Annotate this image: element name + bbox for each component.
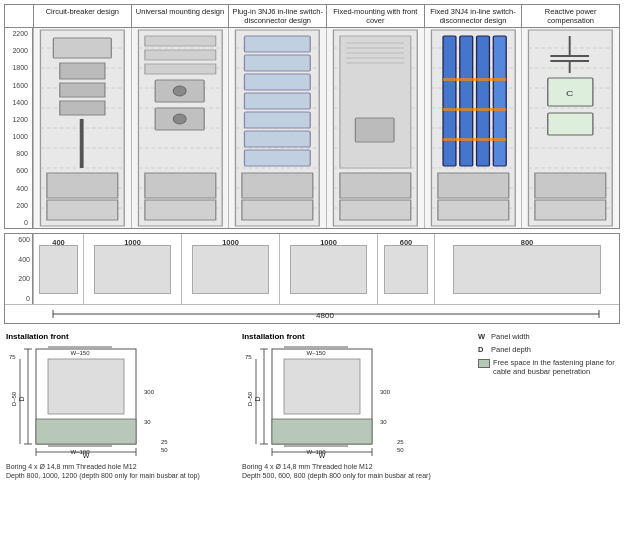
svg-rect-35 (145, 200, 216, 220)
floor-y-600: 600 (7, 236, 30, 243)
floor-width-400: 400 (52, 238, 65, 247)
svg-rect-72 (340, 173, 411, 198)
y-label-200: 200 (5, 202, 30, 209)
y-label-1800: 1800 (5, 64, 30, 71)
svg-text:C: C (566, 89, 574, 98)
svg-rect-50 (245, 112, 311, 128)
svg-text:D–50: D–50 (247, 391, 253, 406)
total-width-bar: 4800 (5, 304, 619, 323)
col-universal (131, 28, 229, 228)
y-label-1200: 1200 (5, 116, 30, 123)
legend-free-space: Free space in the fastening plane for ca… (478, 358, 618, 378)
legend-free-space-desc: Free space in the fastening plane for ca… (493, 358, 618, 378)
floor-y-400: 400 (7, 256, 30, 263)
svg-rect-139 (272, 419, 372, 444)
header-circuit-breaker: Circuit-breaker design (33, 5, 131, 27)
y-label-1600: 1600 (5, 82, 30, 89)
svg-text:W–100: W–100 (306, 449, 326, 455)
floor-box-1 (94, 245, 172, 294)
svg-rect-89 (443, 108, 506, 111)
legend-d-key: D (478, 345, 488, 354)
floor-box-4 (384, 245, 429, 294)
svg-rect-92 (438, 200, 509, 220)
legend-w: W Panel width (478, 332, 618, 342)
column-headers: Circuit-breaker design Universal mountin… (5, 5, 619, 28)
floor-col-600: 600 (377, 234, 434, 304)
svg-rect-28 (145, 50, 216, 60)
svg-rect-54 (242, 200, 313, 220)
elevation-diagram: 2200 2000 1800 1600 1400 1200 1000 800 6… (5, 28, 619, 228)
y-label-2200: 2200 (5, 30, 30, 37)
top-elevation-section: Circuit-breaker design Universal mountin… (4, 4, 620, 229)
svg-rect-34 (145, 173, 216, 198)
svg-text:300: 300 (380, 389, 391, 395)
svg-text:30: 30 (144, 419, 151, 425)
svg-rect-140 (284, 359, 360, 414)
floor-diagram: 600 400 200 0 400 1000 1000 (5, 234, 619, 304)
header-reactive: Reactive power compensation (521, 5, 619, 27)
svg-rect-27 (145, 36, 216, 46)
svg-rect-16 (47, 200, 118, 220)
legend-w-desc: Panel width (491, 332, 530, 342)
svg-point-33 (173, 114, 186, 124)
floor-width-1000b: 1000 (222, 238, 239, 247)
install-diagram-right: Installation front W W–150 (242, 332, 470, 479)
y-label-2000: 2000 (5, 47, 30, 54)
floor-col-1000a: 1000 (83, 234, 181, 304)
svg-rect-86 (476, 36, 489, 166)
y-axis-spacer (5, 5, 33, 27)
svg-text:25: 25 (397, 439, 404, 445)
col-plugin (228, 28, 326, 228)
svg-rect-118 (48, 359, 124, 414)
svg-point-31 (173, 86, 186, 96)
floor-box-3 (290, 245, 368, 294)
svg-text:D: D (254, 396, 261, 401)
install-title-right: Installation front (242, 332, 470, 341)
main-container: Circuit-breaker design Universal mountin… (0, 0, 624, 487)
svg-rect-49 (245, 93, 311, 109)
y-label-600: 600 (5, 167, 30, 174)
legend-d-desc: Panel depth (491, 345, 531, 355)
svg-rect-85 (459, 36, 472, 166)
depth-note-right: Depth 500, 600, 800 (depth 800 only for … (242, 472, 470, 479)
svg-rect-51 (245, 131, 311, 147)
floor-width-600: 600 (400, 238, 413, 247)
col-fixed-3nj4 (424, 28, 522, 228)
floor-col-1000b: 1000 (181, 234, 279, 304)
columns-area: C (33, 28, 619, 228)
svg-rect-46 (245, 36, 311, 52)
svg-rect-65 (340, 36, 411, 168)
svg-rect-90 (443, 138, 506, 141)
header-fixed-3nj4: Fixed 3NJ4 in-line switch-disconnector d… (424, 5, 522, 27)
y-label-1000: 1000 (5, 133, 30, 140)
floor-width-1000a: 1000 (124, 238, 141, 247)
svg-text:W–150: W–150 (70, 350, 90, 356)
svg-rect-29 (145, 64, 216, 74)
svg-text:4800: 4800 (316, 311, 334, 320)
svg-rect-53 (242, 173, 313, 198)
floor-y-0: 0 (7, 295, 30, 302)
svg-rect-91 (438, 173, 509, 198)
floor-col-800: 800 (434, 234, 619, 304)
svg-rect-47 (245, 55, 311, 71)
header-fixed-front: Fixed-mounting with front cover (326, 5, 424, 27)
floor-width-800: 800 (521, 238, 534, 247)
svg-text:D: D (18, 396, 25, 401)
y-label-800: 800 (5, 150, 30, 157)
col-fixed-front (326, 28, 424, 228)
svg-rect-110 (535, 173, 606, 198)
floor-box-0 (39, 245, 78, 294)
install-section: Installation front W W–150 (4, 328, 620, 483)
floor-width-1000c: 1000 (320, 238, 337, 247)
svg-text:50: 50 (397, 447, 404, 453)
floor-y-200: 200 (7, 275, 30, 282)
depth-note-left: Depth 800, 1000, 1200 (depth 800 only fo… (6, 472, 234, 479)
svg-text:30: 30 (380, 419, 387, 425)
svg-rect-84 (443, 36, 456, 166)
floor-col-400: 400 (33, 234, 83, 304)
floor-plan-section: 600 400 200 0 400 1000 1000 (4, 233, 620, 324)
svg-text:300: 300 (144, 389, 155, 395)
floor-box-5 (453, 245, 600, 294)
svg-rect-15 (47, 173, 118, 198)
floor-y-axis: 600 400 200 0 (5, 234, 33, 304)
